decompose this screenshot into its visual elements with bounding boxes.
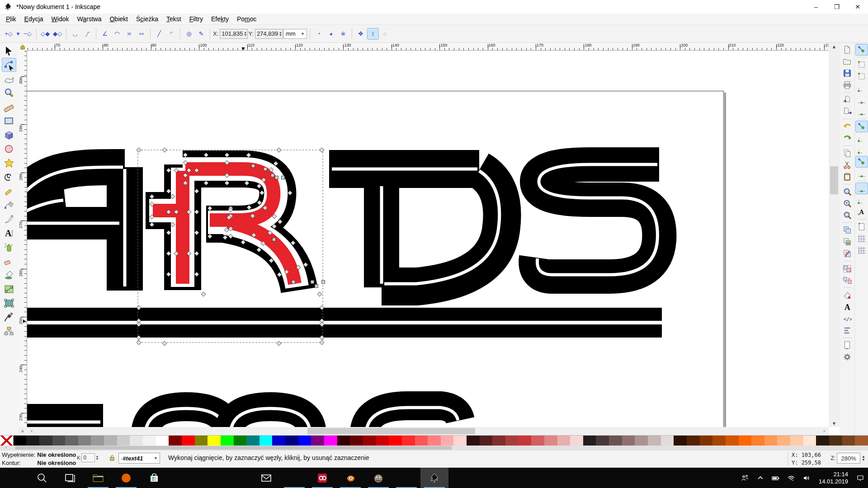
horizontal-scroll-thumb[interactable] [307, 428, 475, 434]
color-swatch[interactable] [764, 436, 778, 446]
color-swatch[interactable] [298, 436, 311, 446]
color-swatch[interactable] [739, 436, 752, 446]
tool-connector[interactable] [2, 324, 16, 338]
taskbar-unity[interactable] [280, 468, 308, 488]
menu-widok[interactable]: Widok [47, 14, 73, 23]
snap-object-centers-toggle[interactable] [855, 183, 868, 194]
tool-spiral[interactable] [2, 170, 16, 184]
letter-s[interactable] [536, 164, 659, 277]
delete-node-button[interactable]: −◇ [22, 28, 33, 40]
unlink-clone-button[interactable] [841, 248, 854, 259]
cut-button[interactable] [841, 159, 854, 171]
color-swatch[interactable] [259, 436, 273, 446]
path-handle-square[interactable] [251, 164, 255, 167]
color-swatch[interactable] [350, 436, 363, 446]
make-line-button[interactable]: ╱ [153, 28, 165, 40]
color-swatch[interactable] [648, 436, 661, 446]
color-swatch[interactable] [531, 436, 544, 446]
maximize-button[interactable]: ❐ [826, 0, 847, 14]
xml-editor-button[interactable]: </> [841, 313, 854, 324]
menu-tekst[interactable]: Tekst [162, 14, 185, 23]
unit-selector[interactable]: mm▼ [283, 29, 307, 39]
auto-smooth-node-button[interactable]: ∾ [136, 28, 147, 40]
snap-snap-nodes-toggle[interactable] [855, 121, 868, 132]
show-outline-xray-button[interactable]: ◌ [379, 28, 391, 40]
color-swatch[interactable] [829, 436, 842, 446]
color-swatch[interactable] [39, 436, 52, 446]
path-handle-square[interactable] [315, 284, 318, 287]
zoom-control[interactable]: Z: 280% ▲▼ [830, 453, 865, 464]
path-handle-square[interactable] [311, 280, 314, 283]
tool-mesh-gradient[interactable] [2, 296, 16, 310]
menu-plik[interactable]: Plik [2, 14, 20, 23]
zoom-selection-button[interactable] [841, 186, 854, 197]
color-swatch[interactable] [726, 436, 739, 446]
color-swatch[interactable] [505, 436, 519, 446]
wifi-icon[interactable] [783, 474, 799, 482]
path-handle-square[interactable] [292, 280, 295, 283]
show-transform-handles-button[interactable]: ✥ [355, 28, 367, 40]
snap-grids-toggle[interactable] [855, 233, 868, 244]
path-node-diamond[interactable] [137, 340, 141, 345]
snap-bbox-centers-toggle[interactable] [855, 106, 868, 117]
color-swatch[interactable] [570, 436, 583, 446]
path-node-diamond[interactable] [277, 341, 281, 346]
color-swatch[interactable] [117, 436, 130, 446]
taskbar-blender[interactable] [336, 468, 364, 488]
create-clone-button[interactable] [841, 236, 854, 248]
zoom-value[interactable]: 280% [837, 453, 860, 464]
palette-scrollbar[interactable]: ‹ [0, 446, 868, 450]
path-node-diamond[interactable] [137, 148, 141, 152]
scroll-right-arrow[interactable]: › [821, 428, 827, 433]
scroll-down-arrow[interactable]: ▼ [829, 421, 840, 426]
show-bezier-handles-button[interactable]: ⟟ [367, 28, 379, 40]
new-document-button[interactable] [841, 44, 854, 56]
color-swatch[interactable] [519, 436, 532, 446]
color-swatch[interactable] [687, 436, 700, 446]
snap-bbox-edge-midpoints-toggle[interactable] [855, 94, 868, 106]
color-swatch[interactable] [376, 436, 389, 446]
path-handle-square[interactable] [321, 280, 325, 283]
color-swatch[interactable] [78, 436, 91, 446]
color-swatch[interactable] [272, 436, 285, 446]
color-swatch[interactable] [52, 436, 66, 446]
tool-measure[interactable] [2, 100, 16, 114]
join-with-segment-button[interactable]: ◡ [69, 28, 81, 40]
color-swatch[interactable] [661, 436, 674, 446]
tool-zoom[interactable] [2, 86, 16, 100]
tool-dropper[interactable] [2, 310, 16, 324]
path-node-diamond[interactable] [162, 341, 167, 346]
text-dialog-button[interactable]: A [841, 301, 854, 313]
path-node-diamond[interactable] [320, 148, 324, 152]
break-nodes-button[interactable]: ◆◇ [52, 28, 63, 40]
palette-scroll-thumb[interactable] [15, 446, 452, 450]
path-handle-square[interactable] [275, 176, 278, 179]
color-swatch[interactable] [467, 436, 480, 446]
letter-a[interactable] [27, 167, 125, 291]
vertical-ruler[interactable]: 300290280270260250240230 [18, 51, 27, 427]
smooth-node-button[interactable]: ◠ [111, 28, 123, 40]
make-curve-button[interactable]: ◜ [165, 28, 177, 40]
minimize-button[interactable]: – [806, 0, 826, 14]
color-swatch[interactable] [130, 436, 143, 446]
taskbar-visual-studio[interactable] [392, 468, 420, 488]
opacity-control[interactable]: K: 0 ▲▼ [77, 453, 99, 462]
import-button[interactable] [841, 94, 854, 106]
letter-r-selected[interactable] [146, 164, 299, 290]
zoom-spinner[interactable]: ▲▼ [862, 455, 865, 461]
preferences-button[interactable] [841, 351, 854, 363]
fill-stroke-dialog-button[interactable] [841, 289, 854, 301]
node-y-coordinate[interactable]: Y:274,839▲▼ [248, 29, 283, 39]
vertical-scrollbar[interactable]: ▲ ▼ [829, 43, 840, 427]
taskbar-start[interactable] [0, 468, 28, 488]
taskbar-firefox[interactable] [112, 468, 140, 488]
snap-snap-bounding-box-toggle[interactable] [855, 59, 868, 70]
tool-eraser[interactable] [2, 254, 16, 268]
tool-node-editor[interactable] [2, 58, 16, 72]
color-swatch[interactable] [712, 436, 726, 446]
stripe-bars[interactable] [27, 308, 662, 338]
color-swatch[interactable] [104, 436, 117, 446]
path-handle-square[interactable] [264, 167, 267, 170]
tool-paint-bucket[interactable] [2, 268, 16, 282]
tool-box-3d[interactable] [2, 128, 16, 142]
